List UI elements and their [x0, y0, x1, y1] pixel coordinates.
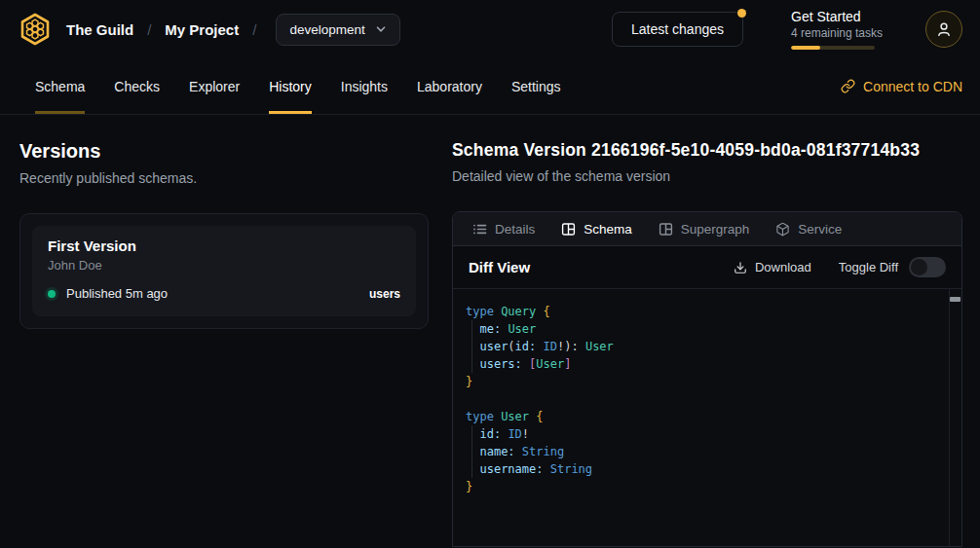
person-icon	[935, 20, 953, 38]
breadcrumb-separator: /	[252, 21, 256, 38]
tab-service-label: Service	[798, 222, 842, 237]
connect-to-cdn-link[interactable]: Connect to CDN	[841, 58, 962, 114]
latest-changes-label: Latest changes	[631, 21, 724, 37]
breadcrumb-separator: /	[147, 21, 151, 38]
main-content: Versions Recently published schemas. Fir…	[0, 115, 980, 547]
nav-tab-history[interactable]: History	[269, 58, 312, 114]
get-started-progressbar	[791, 46, 875, 50]
code-scrollbar-track	[949, 289, 961, 546]
diff-view-toolbar: Diff View Download Toggle Diff	[453, 246, 961, 289]
tab-service[interactable]: Service	[775, 222, 842, 237]
nav-tab-explorer[interactable]: Explorer	[189, 58, 240, 114]
get-started-title: Get Started	[791, 9, 877, 24]
indent-guide	[471, 320, 472, 373]
target-selector-value: development	[289, 22, 364, 37]
nav-tab-laboratory[interactable]: Laboratory	[417, 58, 482, 114]
link-icon	[841, 79, 855, 93]
columns-icon	[561, 222, 576, 237]
version-title: First Version	[48, 237, 400, 254]
toggle-diff-knob	[911, 259, 927, 275]
chevron-down-icon	[375, 23, 387, 35]
code-content: type Query { me: User user(id: ID!): Use…	[453, 289, 961, 495]
schema-version-title: Schema Version 2166196f-5e10-4059-bd0a-0…	[452, 140, 962, 161]
download-button[interactable]: Download	[734, 260, 811, 274]
hive-logo-icon[interactable]	[18, 12, 53, 47]
version-author: John Doe	[48, 258, 400, 273]
service-name-badge: users	[369, 287, 400, 301]
tab-details-label: Details	[495, 222, 535, 237]
nav-tab-schema[interactable]: Schema	[35, 58, 85, 114]
versions-card: First Version John Doe Published 5m ago …	[19, 213, 429, 329]
download-label: Download	[755, 260, 811, 274]
tab-schema[interactable]: Schema	[561, 222, 632, 237]
breadcrumb-project[interactable]: My Project	[165, 21, 239, 38]
target-selector[interactable]: development	[276, 14, 399, 46]
columns-icon	[659, 222, 673, 237]
user-avatar-button[interactable]	[925, 11, 962, 48]
nav-tab-list: Schema Checks Explorer History Insights …	[35, 58, 561, 114]
download-icon	[734, 261, 747, 274]
code-scrollbar-thumb[interactable]	[950, 297, 961, 302]
detail-tabstrip: Details Schema	[453, 212, 961, 246]
version-detail-panel: Details Schema	[452, 211, 962, 547]
notification-dot	[737, 9, 746, 18]
versions-column: Versions Recently published schemas. Fir…	[19, 140, 429, 547]
top-header: The Guild / My Project / development Lat…	[0, 0, 980, 58]
breadcrumb-org[interactable]: The Guild	[66, 21, 133, 38]
toggle-diff-switch[interactable]	[909, 257, 946, 277]
list-icon	[472, 222, 487, 237]
version-detail-column: Schema Version 2166196f-5e10-4059-bd0a-0…	[452, 140, 962, 547]
version-list-item[interactable]: First Version John Doe Published 5m ago …	[32, 226, 416, 316]
main-nav: Schema Checks Explorer History Insights …	[0, 58, 980, 115]
diff-view-actions: Download Toggle Diff	[734, 257, 946, 277]
nav-tab-checks[interactable]: Checks	[114, 58, 160, 114]
tab-supergraph-label: Supergraph	[681, 222, 750, 237]
connect-to-cdn-label: Connect to CDN	[863, 79, 962, 94]
published-status-dot	[48, 290, 56, 298]
tab-details[interactable]: Details	[472, 222, 535, 237]
latest-changes-button[interactable]: Latest changes	[612, 12, 743, 47]
get-started-widget[interactable]: Get Started 4 remaining tasks	[791, 9, 877, 50]
indent-guide	[471, 425, 472, 478]
toggle-diff-label: Toggle Diff	[839, 260, 898, 274]
nav-tab-settings[interactable]: Settings	[511, 58, 561, 114]
schema-code-viewer: type Query { me: User user(id: ID!): Use…	[453, 289, 961, 546]
tab-schema-label: Schema	[584, 222, 632, 237]
get-started-subtitle: 4 remaining tasks	[791, 26, 877, 40]
versions-subtitle: Recently published schemas.	[19, 170, 429, 186]
diff-view-title: Diff View	[469, 259, 530, 275]
version-meta-row: Published 5m ago users	[48, 286, 400, 301]
schema-version-subtitle: Detailed view of the schema version	[452, 168, 962, 184]
tab-supergraph[interactable]: Supergraph	[659, 222, 750, 237]
cube-icon	[775, 222, 790, 237]
nav-tab-insights[interactable]: Insights	[341, 58, 388, 114]
versions-title: Versions	[19, 140, 429, 163]
progress-fill	[791, 46, 820, 50]
version-status: Published 5m ago	[66, 286, 168, 301]
